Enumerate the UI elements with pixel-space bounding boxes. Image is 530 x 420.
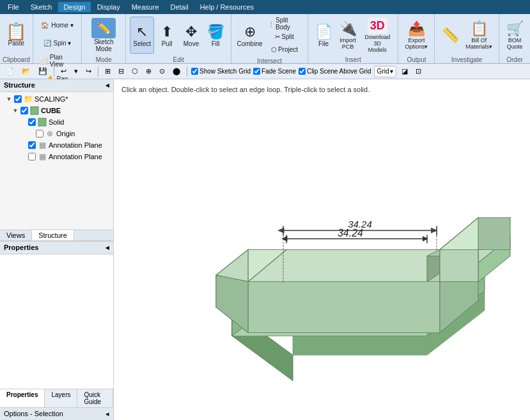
origin-icon: ⊕ xyxy=(45,128,55,139)
save-button[interactable]: 💾 xyxy=(36,66,50,77)
cube-checkbox[interactable] xyxy=(20,107,28,114)
ribbon-section-clipboard: 📋 Paste Clipboard xyxy=(0,14,33,63)
toolbar-row: 📄 📂 💾 ↩ ▾ ↪ ⊞ ⊟ ⬡ ⊕ ⊙ ⬤ Show Sketch Grid… xyxy=(0,64,530,79)
redo-button[interactable]: ↪ xyxy=(83,66,94,77)
toolbar-icon-3[interactable]: ⬡ xyxy=(129,66,141,77)
sketch-mode-button[interactable]: ✏️ SketchMode xyxy=(86,17,121,54)
tree-item-annotation-plane-2[interactable]: ▦ Annotation Plane xyxy=(0,151,113,162)
options-bar: Options - Selection ◂ xyxy=(0,407,113,420)
select-button[interactable]: ↖ Select xyxy=(130,17,154,54)
toolbar-icon-5[interactable]: ⊙ xyxy=(157,66,168,77)
tree-item-scaling[interactable]: ▼ 📁 SCALING* xyxy=(0,93,113,105)
scaling-checkbox[interactable] xyxy=(14,95,22,103)
home-icon: 🏠 xyxy=(41,22,49,29)
edit-label: Edit xyxy=(129,55,228,63)
options-collapse-icon[interactable]: ◂ xyxy=(105,410,109,418)
sketch-grid-dropdown[interactable]: Grid ▾ xyxy=(374,66,396,77)
menu-item-help[interactable]: Help / Resources xyxy=(195,2,259,12)
output-label: Output xyxy=(401,55,432,63)
properties-collapse-icon[interactable]: ◂ xyxy=(105,244,109,252)
ribbon-buttons-clipboard: 📋 Paste xyxy=(3,15,29,55)
ap1-checkbox[interactable] xyxy=(28,141,36,149)
tree-item-solid[interactable]: Solid xyxy=(0,116,113,128)
fade-scene-check[interactable]: Fade Scene xyxy=(253,68,296,75)
download-3d-button[interactable]: 3D Download 3DModels xyxy=(361,17,394,54)
tab-properties[interactable]: Properties xyxy=(0,389,45,407)
menu-item-detail[interactable]: Detail xyxy=(166,2,194,12)
measure-tool-button[interactable]: 📏 xyxy=(439,17,462,54)
move-button[interactable]: ✥ Move xyxy=(180,17,203,54)
paste-button[interactable]: 📋 Paste xyxy=(4,17,27,54)
pull-button[interactable]: ⬆ Pull xyxy=(155,17,178,54)
bom-quote-button[interactable]: 🛒 BOMQuote xyxy=(503,17,526,54)
toolbar-extra-2[interactable]: ⊡ xyxy=(413,66,424,77)
intersect-group: ⋮ Split Body ✂ Split ⬡ Project xyxy=(265,18,304,55)
import-pcb-button[interactable]: 🔌 ImportPCB xyxy=(336,17,359,54)
menu-item-file[interactable]: File xyxy=(3,2,24,12)
toolbar-icon-4[interactable]: ⊕ xyxy=(143,66,154,77)
menu-item-design[interactable]: Design xyxy=(58,2,90,12)
pull-icon: ⬆ xyxy=(161,24,173,40)
home-label: Home ▾ xyxy=(51,22,73,29)
open-button[interactable]: 📂 xyxy=(19,66,33,77)
undo-button[interactable]: ↩ xyxy=(58,66,69,77)
order-label: Order xyxy=(502,55,527,63)
tab-views[interactable]: Views xyxy=(0,230,32,240)
project-button[interactable]: ⬡ Project xyxy=(265,43,304,55)
svg-rect-1 xyxy=(38,118,46,126)
clip-scene-check[interactable]: Clip Scene Above Grid xyxy=(299,68,371,75)
spin-button[interactable]: 🔄 Spin ▾ xyxy=(37,35,77,51)
home-button[interactable]: 🏠 Home ▾ xyxy=(37,17,77,33)
toolbar-extra-1[interactable]: ◪ xyxy=(399,66,410,77)
origin-checkbox[interactable] xyxy=(36,130,43,137)
model-svg[interactable]: 34.24 xyxy=(114,79,530,420)
split-button[interactable]: ✂ Split xyxy=(265,31,304,42)
ribbon-buttons-mode: ✏️ SketchMode xyxy=(84,15,123,55)
left-panel: Structure ◂ ▼ 📁 SCALING* ▼ CUBE xyxy=(0,79,114,420)
solid-label: Solid xyxy=(49,118,64,126)
chevron-down-icon: ▾ xyxy=(390,68,393,75)
tab-structure[interactable]: Structure xyxy=(32,230,74,240)
toolbar-icon-6[interactable]: ⬤ xyxy=(170,66,183,77)
clip-scene-checkbox[interactable] xyxy=(299,68,306,75)
undo-dropdown[interactable]: ▾ xyxy=(72,66,81,77)
bom-quote-icon: 🛒 xyxy=(506,20,524,37)
structure-collapse-icon[interactable]: ◂ xyxy=(105,81,109,89)
file-button[interactable]: 📄 File xyxy=(312,17,335,54)
ribbon-section-output: 📤 ExportOptions▾ Output xyxy=(398,14,435,63)
combine-icon: ⊕ xyxy=(244,24,256,40)
combine-label: Combine xyxy=(237,40,262,47)
tree-item-annotation-plane-1[interactable]: ▦ Annotation Plane xyxy=(0,139,113,151)
export-button[interactable]: 📤 ExportOptions▾ xyxy=(402,17,430,54)
menu-item-display[interactable]: Display xyxy=(92,2,125,12)
fade-scene-label: Fade Scene xyxy=(261,68,296,75)
toolbar-icon-1[interactable]: ⊞ xyxy=(102,66,113,77)
new-button[interactable]: 📄 xyxy=(3,66,17,77)
cube-toggle[interactable]: ▼ xyxy=(12,107,19,114)
ap2-checkbox[interactable] xyxy=(28,153,36,160)
solid-icon xyxy=(37,117,47,127)
solid-checkbox[interactable] xyxy=(28,118,36,126)
move-label: Move xyxy=(183,40,199,47)
toolbar-icon-2[interactable]: ⊟ xyxy=(116,66,127,77)
combine-button[interactable]: ⊕ Combine xyxy=(235,17,264,54)
menu-item-sketch[interactable]: Sketch xyxy=(26,2,58,12)
sketch-mode-label: SketchMode xyxy=(94,38,114,52)
spin-label: Spin ▾ xyxy=(54,40,72,47)
scaling-toggle[interactable]: ▼ xyxy=(5,96,13,102)
views-tabs: Views Structure xyxy=(0,229,113,241)
split-body-button[interactable]: ⋮ Split Body xyxy=(265,18,304,29)
fill-button[interactable]: 🪣 Fill xyxy=(204,17,227,54)
bill-of-materials-button[interactable]: 📋 Bill OfMaterials▾ xyxy=(463,17,495,54)
show-sketch-grid-check[interactable]: Show Sketch Grid xyxy=(191,68,251,75)
intersect-label: Intersect xyxy=(234,56,305,65)
ribbon-buttons-order: 🛒 BOMQuote xyxy=(502,15,527,55)
menu-item-measure[interactable]: Measure xyxy=(127,2,164,12)
tab-quick-guide[interactable]: Quick Guide xyxy=(77,389,113,407)
show-sketch-grid-checkbox[interactable] xyxy=(191,68,198,75)
tree-item-cube[interactable]: ▼ CUBE xyxy=(0,105,113,116)
tab-layers[interactable]: Layers xyxy=(45,389,77,407)
tree-item-origin[interactable]: ⊕ Origin xyxy=(0,128,113,139)
fade-scene-checkbox[interactable] xyxy=(253,68,260,75)
svg-rect-0 xyxy=(31,107,38,114)
